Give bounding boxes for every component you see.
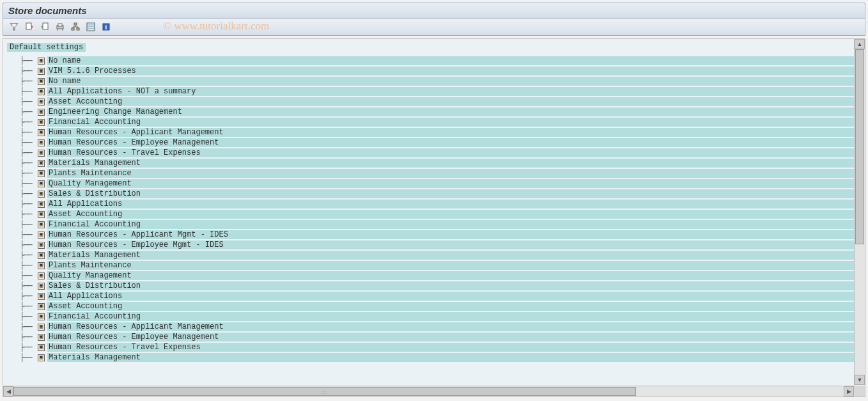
expand-icon[interactable]: ▣: [38, 232, 45, 239]
tree-item[interactable]: ▣Quality Management: [20, 178, 860, 189]
tree-item[interactable]: ▣Asset Accounting: [20, 209, 860, 219]
list-icon[interactable]: [85, 21, 97, 33]
tree-item-label[interactable]: Sales & Distribution: [47, 189, 860, 198]
expand-icon[interactable]: ▣: [38, 119, 45, 126]
expand-icon[interactable]: ▣: [38, 98, 45, 106]
tree-item-label[interactable]: All Applications - NOT a summary: [47, 87, 860, 96]
doc-in-icon[interactable]: [24, 21, 35, 33]
tree-item-label[interactable]: Human Resources - Employee Management: [47, 333, 860, 342]
expand-icon[interactable]: ▣: [38, 303, 45, 310]
tree-item-label[interactable]: No name: [47, 56, 860, 65]
funnel-icon[interactable]: [8, 21, 20, 33]
tree-item-label[interactable]: Sales & Distribution: [47, 281, 860, 290]
tree-item[interactable]: ▣Financial Accounting: [20, 117, 860, 127]
tree-item-label[interactable]: Engineering Change Management: [47, 107, 860, 116]
expand-icon[interactable]: ▣: [38, 109, 45, 116]
tree-item[interactable]: ▣No name: [20, 56, 860, 66]
tree-item[interactable]: ▣All Applications: [20, 199, 860, 209]
tree-item-label[interactable]: Asset Accounting: [47, 210, 860, 219]
tree-item[interactable]: ▣Materials Management: [20, 158, 860, 168]
expand-icon[interactable]: ▣: [38, 68, 45, 75]
tree-item[interactable]: ▣Materials Management: [20, 352, 860, 363]
tree-item[interactable]: ▣Human Resources - Applicant Management: [20, 322, 860, 332]
expand-icon[interactable]: ▣: [38, 139, 45, 146]
expand-icon[interactable]: ▣: [38, 344, 45, 351]
expand-icon[interactable]: ▣: [38, 262, 45, 269]
info-icon[interactable]: i: [100, 21, 112, 33]
tree-item-label[interactable]: Materials Management: [47, 159, 860, 168]
tree-item-label[interactable]: Asset Accounting: [47, 302, 860, 311]
tree-item-label[interactable]: Materials Management: [47, 251, 860, 260]
print-icon[interactable]: [54, 21, 66, 33]
tree-item[interactable]: ▣Asset Accounting: [20, 97, 860, 107]
tree-item[interactable]: ▣Engineering Change Management: [20, 107, 860, 117]
tree-item[interactable]: ▣Human Resources - Travel Expenses: [20, 148, 860, 158]
tree-item[interactable]: ▣All Applications - NOT a summary: [20, 86, 860, 97]
hierarchy-icon[interactable]: [70, 21, 81, 33]
expand-icon[interactable]: ▣: [38, 180, 45, 187]
scroll-up-icon[interactable]: ▲: [855, 39, 865, 49]
tree-item-label[interactable]: Financial Accounting: [47, 220, 860, 229]
expand-icon[interactable]: ▣: [38, 313, 45, 320]
expand-icon[interactable]: ▣: [38, 78, 45, 85]
expand-icon[interactable]: ▣: [38, 242, 45, 249]
expand-icon[interactable]: ▣: [38, 283, 45, 290]
tree-item[interactable]: ▣Human Resources - Applicant Management: [20, 127, 860, 138]
tree-item-label[interactable]: VIM 5.1.6 Processes: [47, 67, 860, 75]
doc-out-icon[interactable]: [39, 21, 50, 33]
tree-item-label[interactable]: Materials Management: [47, 353, 860, 362]
expand-icon[interactable]: ▣: [38, 324, 45, 331]
expand-icon[interactable]: ▣: [38, 252, 45, 259]
tree-item[interactable]: ▣Materials Management: [20, 250, 860, 260]
expand-icon[interactable]: ▣: [38, 160, 45, 167]
tree-item-label[interactable]: All Applications: [47, 292, 860, 301]
expand-icon[interactable]: ▣: [38, 170, 45, 177]
tree-item[interactable]: ▣Financial Accounting: [20, 311, 860, 322]
expand-icon[interactable]: ▣: [38, 272, 45, 279]
tree-root-label[interactable]: Default settings: [7, 43, 86, 52]
scroll-left-icon[interactable]: ◀: [3, 386, 13, 397]
tree-item-label[interactable]: Human Resources - Travel Expenses: [47, 343, 860, 352]
tree-item[interactable]: ▣All Applications: [20, 291, 860, 301]
tree-item[interactable]: ▣Human Resources - Employee Mgmt - IDES: [20, 240, 860, 250]
scroll-down-icon[interactable]: ▼: [855, 375, 865, 385]
tree-item[interactable]: ▣VIM 5.1.6 Processes: [20, 66, 860, 76]
tree-item[interactable]: ▣Plants Maintenance: [20, 260, 860, 271]
expand-icon[interactable]: ▣: [38, 150, 45, 157]
expand-icon[interactable]: ▣: [38, 293, 45, 300]
scroll-right-icon[interactable]: ▶: [844, 386, 854, 397]
expand-icon[interactable]: ▣: [38, 221, 45, 228]
inner-horizontal-scrollbar[interactable]: ◀ ::: ▶: [3, 386, 854, 397]
tree-item-label[interactable]: Quality Management: [47, 271, 860, 280]
tree-item-label[interactable]: Plants Maintenance: [47, 261, 860, 270]
tree-item-label[interactable]: Plants Maintenance: [47, 169, 860, 178]
tree-item-label[interactable]: Human Resources - Applicant Management: [47, 322, 860, 331]
expand-icon[interactable]: ▣: [38, 88, 45, 95]
tree-item-label[interactable]: Human Resources - Employee Mgmt - IDES: [47, 240, 860, 249]
tree-item[interactable]: ▣Sales & Distribution: [20, 189, 860, 199]
expand-icon[interactable]: ▣: [38, 334, 45, 341]
tree-item-label[interactable]: Financial Accounting: [47, 312, 860, 321]
tree-item-label[interactable]: Asset Accounting: [47, 97, 860, 106]
tree-item-label[interactable]: Human Resources - Applicant Management: [47, 128, 860, 137]
tree-item[interactable]: ▣Human Resources - Employee Management: [20, 332, 860, 342]
expand-icon[interactable]: ▣: [38, 191, 45, 198]
inner-vertical-scrollbar[interactable]: ▲ ▼: [854, 39, 865, 385]
tree-item-label[interactable]: Human Resources - Employee Management: [47, 138, 860, 147]
expand-icon[interactable]: ▣: [38, 354, 45, 361]
expand-icon[interactable]: ▣: [38, 201, 45, 208]
tree-item-label[interactable]: Financial Accounting: [47, 118, 860, 127]
tree-item[interactable]: ▣Human Resources - Applicant Mgmt - IDES: [20, 230, 860, 240]
tree-item[interactable]: ▣No name: [20, 76, 860, 86]
tree-item[interactable]: ▣Human Resources - Employee Management: [20, 138, 860, 148]
expand-icon[interactable]: ▣: [38, 58, 45, 65]
tree-item[interactable]: ▣Plants Maintenance: [20, 168, 860, 178]
tree-item[interactable]: ▣Financial Accounting: [20, 219, 860, 230]
tree-item[interactable]: ▣Sales & Distribution: [20, 281, 860, 291]
tree-item-label[interactable]: Quality Management: [47, 179, 860, 188]
tree-item-label[interactable]: All Applications: [47, 200, 860, 208]
tree-item[interactable]: ▣Quality Management: [20, 271, 860, 281]
expand-icon[interactable]: ▣: [38, 211, 45, 218]
tree-item-label[interactable]: Human Resources - Travel Expenses: [47, 148, 860, 157]
tree-item[interactable]: ▣Asset Accounting: [20, 301, 860, 311]
